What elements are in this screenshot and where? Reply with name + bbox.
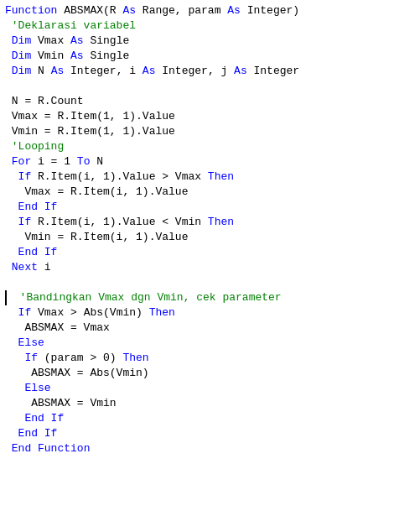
code-line: If (param > 0) Then: [5, 351, 415, 366]
code-line: [5, 79, 415, 94]
code-line: End Function: [5, 441, 415, 456]
code-line: ABSMAX = Abs(Vmin): [5, 366, 415, 381]
code-line: End If: [5, 411, 415, 426]
code-line: End If: [5, 200, 415, 215]
code-line: Vmax = R.Item(1, 1).Value: [5, 109, 415, 124]
code-line: 'Bandingkan Vmax dgn Vmin, cek parameter: [5, 290, 415, 305]
code-line: Dim Vmin As Single: [5, 49, 415, 64]
code-line: N = R.Count: [5, 94, 415, 109]
code-line: Vmax = R.Item(i, 1).Value: [5, 185, 415, 200]
code-line: End If: [5, 426, 415, 441]
code-line: End If: [5, 245, 415, 260]
code-container: Function ABSMAX(R As Range, param As Int…: [0, 0, 420, 516]
code-line: Else: [5, 336, 415, 351]
code-line: Function ABSMAX(R As Range, param As Int…: [5, 3, 415, 18]
code-line: Next i: [5, 260, 415, 275]
code-line: Else: [5, 381, 415, 396]
code-line: [5, 275, 415, 290]
code-line: ABSMAX = Vmin: [5, 396, 415, 411]
code-line: For i = 1 To N: [5, 154, 415, 169]
code-line: 'Deklarasi variabel: [5, 18, 415, 34]
code-content: Function ABSMAX(R As Range, param As Int…: [5, 3, 415, 456]
bar-indicator: [5, 290, 7, 305]
code-line: Dim Vmax As Single: [5, 34, 415, 49]
code-line: If R.Item(i, 1).Value > Vmax Then: [5, 169, 415, 185]
code-line: If R.Item(i, 1).Value < Vmin Then: [5, 215, 415, 230]
code-line: ABSMAX = Vmax: [5, 321, 415, 336]
code-line: 'Looping: [5, 139, 415, 154]
code-line: Vmin = R.Item(1, 1).Value: [5, 124, 415, 139]
code-line: Dim N As Integer, i As Integer, j As Int…: [5, 64, 415, 79]
code-line: Vmin = R.Item(i, 1).Value: [5, 230, 415, 245]
code-line: If Vmax > Abs(Vmin) Then: [5, 305, 415, 321]
